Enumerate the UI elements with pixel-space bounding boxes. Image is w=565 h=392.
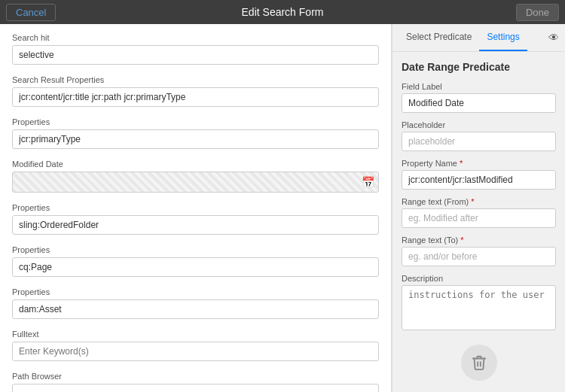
required-indicator-to: * <box>460 236 463 245</box>
search-hit-group: Search hit <box>12 33 379 65</box>
right-range-from-group: Range text (From) * <box>402 197 556 228</box>
search-result-properties-group: Search Result Properties <box>12 75 379 107</box>
page-title: Edit Search Form <box>242 6 324 18</box>
cancel-button[interactable]: Cancel <box>6 4 56 21</box>
right-placeholder-group: Placeholder <box>402 120 556 151</box>
right-range-to-group: Range text (To) * <box>402 236 556 266</box>
right-placeholder-input[interactable] <box>402 132 556 151</box>
path-browser-input[interactable] <box>12 384 379 392</box>
properties-2-label: Properties <box>12 203 379 212</box>
right-field-label-label: Field Label <box>402 82 556 91</box>
right-description-group: Description <box>402 274 556 333</box>
done-button[interactable]: Done <box>516 4 559 21</box>
path-browser-label: Path Browser <box>12 372 379 381</box>
main-container: Search hit Search Result Properties Prop… <box>0 24 565 392</box>
properties-2-group: Properties <box>12 203 379 235</box>
tab-select-predicate[interactable]: Select Predicate <box>399 24 479 51</box>
properties-3-label: Properties <box>12 245 379 254</box>
fulltext-label: Fulltext <box>12 330 379 339</box>
modified-date-group: Modified Date 📅 <box>12 160 379 193</box>
properties-1-input[interactable] <box>12 129 379 149</box>
delete-button[interactable] <box>461 345 497 381</box>
fulltext-input[interactable] <box>12 342 379 361</box>
right-field-label-input[interactable] <box>402 93 556 113</box>
modified-date-label: Modified Date <box>12 160 379 169</box>
right-content: Date Range Predicate Field Label Placeho… <box>392 52 565 392</box>
right-range-from-label: Range text (From) * <box>402 197 556 206</box>
properties-2-input[interactable] <box>12 215 379 235</box>
right-range-from-input[interactable] <box>402 208 556 228</box>
properties-1-label: Properties <box>12 117 379 126</box>
properties-3-group: Properties <box>12 245 379 277</box>
required-indicator: * <box>460 159 463 168</box>
right-property-name-group: Property Name * <box>402 159 556 190</box>
properties-3-input[interactable] <box>12 257 379 277</box>
right-range-to-label: Range text (To) * <box>402 236 556 245</box>
search-hit-input[interactable] <box>12 45 379 65</box>
properties-4-label: Properties <box>12 287 379 296</box>
right-placeholder-label: Placeholder <box>402 120 556 129</box>
required-indicator-from: * <box>471 197 474 206</box>
eye-icon[interactable]: 👁 <box>548 32 559 44</box>
right-panel: Select Predicate Settings 👁 Date Range P… <box>392 24 565 392</box>
path-browser-group: Path Browser <box>12 372 379 392</box>
delete-btn-wrapper <box>402 345 556 381</box>
properties-1-group: Properties <box>12 117 379 149</box>
right-description-label: Description <box>402 274 556 283</box>
right-tabs: Select Predicate Settings 👁 <box>392 24 565 52</box>
section-title: Date Range Predicate <box>402 61 556 73</box>
right-description-textarea[interactable] <box>402 285 556 330</box>
left-panel: Search hit Search Result Properties Prop… <box>0 24 392 392</box>
properties-4-group: Properties <box>12 287 379 319</box>
right-property-name-input[interactable] <box>402 170 556 190</box>
modified-date-hatched <box>12 172 379 193</box>
properties-4-input[interactable] <box>12 299 379 319</box>
search-result-properties-label: Search Result Properties <box>12 75 379 84</box>
search-result-properties-input[interactable] <box>12 87 379 107</box>
search-hit-label: Search hit <box>12 33 379 42</box>
right-field-label-group: Field Label <box>402 82 556 113</box>
calendar-icon[interactable]: 📅 <box>362 176 374 188</box>
fulltext-group: Fulltext <box>12 330 379 361</box>
header: Cancel Edit Search Form Done <box>0 0 565 24</box>
trash-icon <box>471 354 487 371</box>
modified-date-input-wrapper: 📅 <box>12 172 379 193</box>
right-property-name-label: Property Name * <box>402 159 556 168</box>
right-range-to-input[interactable] <box>402 247 556 266</box>
tab-settings[interactable]: Settings <box>479 24 527 51</box>
